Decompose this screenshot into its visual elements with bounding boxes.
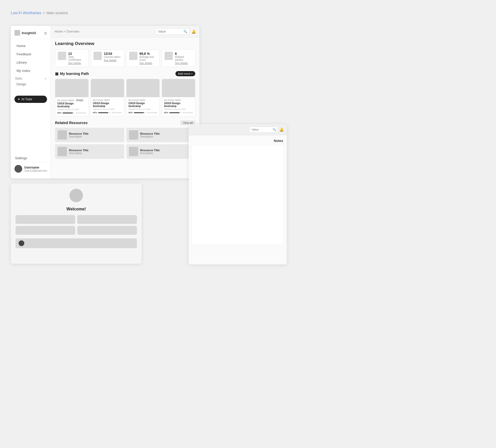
stat-number-score: 99,8 %	[140, 52, 157, 56]
resource-card-2[interactable]: Resource Title Description	[126, 128, 196, 142]
ai-button-2[interactable]	[77, 215, 137, 224]
skills-plus-icon[interactable]: +	[44, 77, 47, 81]
course-progress-row-3: 82% 8/10 lessons	[129, 111, 158, 114]
resource-title-1: Resource Title	[69, 132, 89, 135]
course-name-4: UX/UI Design bootcamp	[164, 102, 193, 108]
topbar-right: 🔍 🔔	[156, 28, 196, 35]
learning-path-header: ▦ My learning Path Add more +	[55, 71, 195, 76]
user-name: Username	[24, 166, 47, 169]
stat-link-courses[interactable]: See details	[104, 59, 120, 62]
sidebar-logo: InsightAI ▦	[11, 26, 51, 39]
breadcrumb-link[interactable]: Low-Fi Wireframes	[11, 11, 41, 15]
add-more-button[interactable]: Add more +	[175, 71, 195, 76]
notes-bell-icon[interactable]: 🔔	[279, 127, 284, 132]
resource-card-1[interactable]: Resource Title Description	[55, 128, 124, 142]
progress-pct-1: 82%	[57, 112, 61, 114]
notes-search-wrap: 🔍	[249, 127, 278, 132]
course-thumbnail-1	[55, 79, 88, 97]
content-body: Learning Overview 12 Total Certificates …	[51, 37, 199, 178]
search-icon: 🔍	[183, 30, 187, 33]
ai-button-1[interactable]	[16, 215, 75, 224]
ai-button-4[interactable]	[77, 226, 137, 235]
progress-lessons-4: 8/10 lessons	[183, 112, 193, 113]
stat-number-articles: 6	[175, 52, 192, 56]
progress-bar-fill-2	[98, 112, 109, 113]
main-content-area: Home > Overview 🔍 🔔 Learning Overview 12…	[51, 26, 199, 178]
stat-card-score: 99,8 % Average test score See details	[126, 49, 160, 67]
sidebar: InsightAI ▦ Home Feedback Library My not…	[11, 26, 51, 178]
sidebar-item-feedback[interactable]: Feedback	[12, 50, 49, 58]
sidebar-item-home[interactable]: Home	[12, 42, 49, 50]
notes-topbar-right: 🔍 🔔	[249, 127, 284, 132]
progress-bar-fill-3	[134, 112, 144, 113]
sidebar-section-skills: Skills +	[11, 75, 51, 81]
progress-pct-4: 82%	[164, 111, 168, 114]
course-card-2[interactable]: By Aurora Taylor UX/UI Design bootcamp S…	[91, 79, 124, 116]
course-body-4: By Aurora Taylor UX/UI Design bootcamp S…	[162, 97, 195, 114]
progress-pct-3: 82%	[129, 111, 133, 114]
resource-card-4[interactable]: Resource Title Description	[126, 144, 196, 159]
resources-header: Related Resources View all	[55, 120, 195, 125]
stat-link-certificates[interactable]: See details	[68, 62, 86, 65]
stat-link-score[interactable]: See details	[140, 62, 157, 65]
learning-path-title: ▦ My learning Path	[55, 72, 89, 76]
resource-info-3: Resource Title Description	[69, 149, 89, 155]
topbar-breadcrumb: Home > Overview	[55, 30, 79, 33]
stats-row: 12 Total Certificates See details 12/16 …	[55, 49, 195, 67]
resource-thumb-4	[129, 147, 138, 156]
ai-avatar	[69, 189, 83, 202]
copy-icon[interactable]: ▦	[44, 31, 47, 35]
learning-path-icon: ▦	[55, 72, 58, 76]
course-card-4[interactable]: By Aurora Taylor UX/UI Design bootcamp S…	[162, 79, 195, 116]
notes-topbar: 🔍 🔔	[189, 124, 287, 135]
course-name-1: UX/UI Design bootcamp	[57, 102, 86, 108]
course-author-3: By Aurora Taylor	[129, 99, 158, 101]
stat-label-certificates: Total Certificates	[68, 56, 86, 61]
course-thumbnail-3	[127, 79, 160, 97]
notes-screen: 🔍 🔔 Notes	[189, 124, 287, 264]
course-body-2: By Aurora Taylor UX/UI Design bootcamp S…	[91, 97, 124, 114]
course-progress-row-2: 82% 8/10 lessons	[93, 111, 122, 114]
courses-row: By Aurora Taylor Design UX/UI Design boo…	[55, 79, 195, 116]
stat-info-courses: 12/16 Courses taken See details	[104, 52, 120, 62]
resource-thumb-3	[58, 147, 67, 156]
breadcrumb: Low-Fi Wireframes > Main screens	[11, 11, 68, 15]
resource-desc-2: Description	[140, 135, 160, 138]
ai-input-row	[16, 238, 137, 248]
user-info: Username User123@mail.com	[24, 166, 47, 172]
progress-bar-wrap-4	[169, 112, 182, 113]
progress-bar-wrap-1	[63, 112, 75, 113]
bell-icon[interactable]: 🔔	[191, 29, 196, 34]
breadcrumb-current: Main screens	[47, 11, 68, 15]
user-email: User123@mail.com	[24, 169, 47, 172]
resource-info-1: Resource Title Description	[69, 132, 89, 138]
progress-bar-fill-1	[63, 112, 73, 113]
course-date-3: Started on Dec 07,2024	[129, 108, 158, 110]
course-card-3[interactable]: By Aurora Taylor UX/UI Design bootcamp S…	[126, 79, 160, 116]
course-thumbnail-4	[162, 79, 195, 97]
sidebar-item-settings[interactable]: Settings	[11, 154, 51, 162]
stat-link-articles[interactable]: See details	[175, 62, 192, 65]
course-author-4: By Aurora Taylor	[164, 99, 193, 101]
sidebar-item-library[interactable]: Library	[12, 58, 49, 66]
notes-label: Notes	[192, 139, 283, 143]
ai-input-avatar	[19, 240, 24, 246]
course-card-1[interactable]: By Aurora Taylor Design UX/UI Design boo…	[55, 79, 89, 116]
stat-info-certificates: 12 Total Certificates See details	[68, 52, 86, 65]
sidebar-item-mynotes[interactable]: My notes	[12, 67, 49, 75]
progress-lessons-2: 8/10 lessons	[112, 112, 122, 113]
ai-button-3[interactable]	[16, 226, 75, 235]
logo-icon	[14, 30, 20, 36]
notes-search-icon: 🔍	[273, 128, 276, 131]
progress-bar-wrap-2	[98, 112, 111, 113]
sidebar-item-design[interactable]: Design	[11, 81, 51, 87]
stat-icon-courses	[94, 52, 102, 60]
course-progress-row-4: 82% 8/10 lessons	[164, 111, 193, 114]
resource-title-3: Resource Title	[69, 149, 89, 152]
resource-card-3[interactable]: Resource Title Description	[55, 144, 124, 159]
stat-number-courses: 12/16	[104, 52, 120, 56]
notes-body	[192, 146, 283, 244]
sidebar-user: Username User123@mail.com	[11, 162, 51, 175]
ai-tutor-button[interactable]: ✦ AI Tutor	[14, 96, 47, 103]
stat-label-courses: Courses taken	[104, 56, 120, 58]
